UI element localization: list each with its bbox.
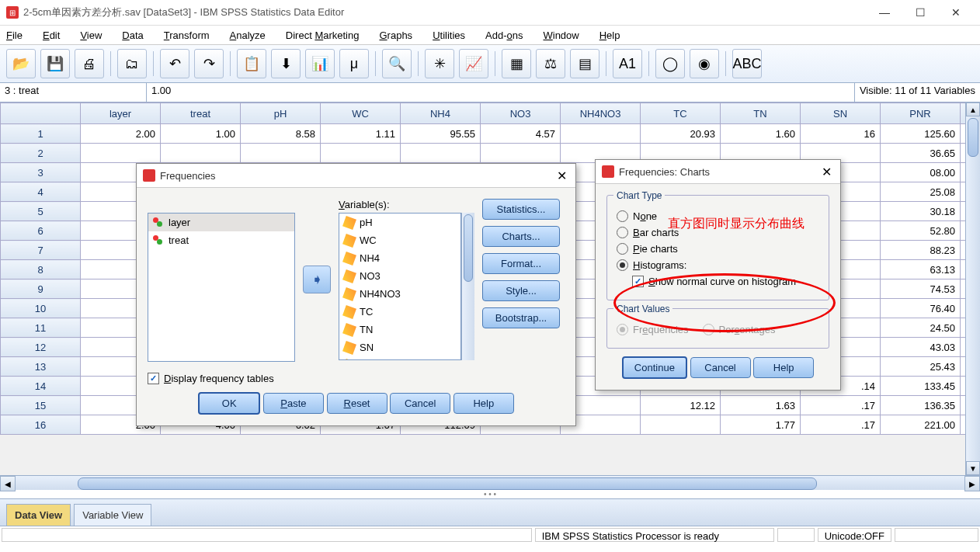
grid-cell[interactable] bbox=[481, 144, 561, 163]
list-item[interactable]: NH4NO3 bbox=[339, 285, 460, 303]
column-header[interactable]: pH bbox=[241, 103, 321, 124]
grid-cell[interactable]: 2.00 bbox=[81, 124, 161, 144]
ok-button[interactable]: OK bbox=[198, 392, 260, 415]
list-item[interactable]: layer bbox=[148, 214, 294, 231]
dialog-close-button[interactable]: ✕ bbox=[554, 168, 569, 183]
column-header[interactable]: TC bbox=[641, 103, 721, 124]
grid-cell[interactable]: .17 bbox=[801, 415, 881, 435]
grid-cell[interactable] bbox=[401, 144, 481, 163]
list-item[interactable]: TN bbox=[339, 321, 460, 338]
split-icon[interactable]: ▦ bbox=[502, 49, 531, 78]
row-header[interactable]: 9 bbox=[1, 279, 81, 299]
bootstrap-button[interactable]: Bootstrap... bbox=[482, 307, 560, 328]
list-item[interactable]: NO3 bbox=[339, 267, 460, 285]
radio-pie-charts[interactable]: Pie charts bbox=[617, 243, 819, 255]
print-icon[interactable]: 🖨 bbox=[75, 49, 104, 78]
column-header[interactable]: layer bbox=[81, 103, 161, 124]
insert-case-icon[interactable]: ✳ bbox=[425, 49, 454, 78]
weight-icon[interactable]: ⚖ bbox=[536, 49, 565, 78]
hscroll-thumb[interactable] bbox=[78, 477, 817, 490]
menu-window[interactable]: Window bbox=[543, 30, 579, 41]
grid-cell[interactable]: 1.11 bbox=[321, 124, 401, 144]
list-item[interactable]: pH bbox=[339, 214, 460, 231]
source-variable-list[interactable]: layertreat bbox=[148, 213, 295, 362]
grid-cell[interactable]: 36.65 bbox=[881, 144, 961, 163]
redo-icon[interactable]: ↷ bbox=[194, 49, 224, 78]
variables-icon[interactable]: 📊 bbox=[305, 49, 335, 78]
list-item[interactable]: NH4 bbox=[339, 249, 460, 267]
tab-data-view[interactable]: Data View bbox=[6, 504, 71, 526]
row-header[interactable]: 12 bbox=[1, 338, 81, 357]
open-icon[interactable]: 📂 bbox=[6, 49, 36, 78]
grid-cell[interactable]: 1.63 bbox=[721, 396, 801, 415]
menu-view[interactable]: View bbox=[80, 30, 102, 41]
grid-cell[interactable]: 221.00 bbox=[881, 415, 961, 435]
undo-icon[interactable]: ↶ bbox=[160, 49, 189, 78]
row-header[interactable]: 15 bbox=[1, 396, 81, 415]
column-header[interactable]: PNR bbox=[881, 103, 961, 124]
menu-edit[interactable]: Edit bbox=[43, 30, 60, 41]
column-header[interactable]: TN bbox=[721, 103, 801, 124]
grid-cell[interactable]: 125.60 bbox=[881, 124, 961, 144]
column-header[interactable]: WC bbox=[321, 103, 401, 124]
close-button[interactable]: ✕ bbox=[938, 0, 974, 25]
grid-cell[interactable]: 4.57 bbox=[481, 124, 561, 144]
column-header[interactable]: NO3 bbox=[481, 103, 561, 124]
show-normal-curve-checkbox[interactable]: ✓ Show normal curve on histogram bbox=[632, 276, 819, 287]
column-header[interactable]: treat bbox=[161, 103, 241, 124]
grid-cell[interactable]: 88.23 bbox=[881, 241, 961, 260]
horizontal-scrollbar[interactable]: ◀ ▶ bbox=[0, 475, 980, 490]
cancel-button[interactable]: Cancel bbox=[390, 393, 450, 414]
grid-cell[interactable] bbox=[81, 144, 161, 163]
row-header[interactable]: 1 bbox=[1, 124, 81, 144]
style-button[interactable]: Style... bbox=[482, 280, 560, 301]
use-sets-icon[interactable]: ◯ bbox=[655, 49, 685, 78]
overlay-icon[interactable]: ◉ bbox=[690, 49, 719, 78]
column-header[interactable]: SN bbox=[801, 103, 881, 124]
row-header[interactable]: 8 bbox=[1, 260, 81, 279]
list-scrollbar[interactable] bbox=[461, 213, 474, 360]
menu-help[interactable]: Help bbox=[599, 30, 620, 41]
grid-cell[interactable]: .17 bbox=[801, 396, 881, 415]
recall-icon[interactable]: 🗂 bbox=[117, 49, 147, 78]
goto-case-icon[interactable]: 📋 bbox=[237, 49, 266, 78]
column-header[interactable]: NH4 bbox=[401, 103, 481, 124]
list-item[interactable]: treat bbox=[148, 231, 294, 249]
continue-button[interactable]: Continue bbox=[622, 356, 687, 379]
menu-graphs[interactable]: Graphs bbox=[379, 30, 412, 41]
row-header[interactable]: 4 bbox=[1, 182, 81, 202]
charts-button[interactable]: Charts... bbox=[482, 226, 560, 247]
grid-cell[interactable] bbox=[161, 144, 241, 163]
goto-var-icon[interactable]: ⬇ bbox=[271, 49, 301, 78]
display-frequency-checkbox[interactable]: ✓ Display frequency tables bbox=[148, 373, 565, 384]
grid-cell[interactable]: 74.53 bbox=[881, 279, 961, 299]
menu-data[interactable]: Data bbox=[122, 30, 143, 41]
scroll-up-arrow[interactable]: ▲ bbox=[966, 102, 980, 116]
find-mu-icon[interactable]: μ bbox=[339, 49, 369, 78]
row-header[interactable]: 14 bbox=[1, 377, 81, 396]
select-icon[interactable]: ▤ bbox=[570, 49, 599, 78]
scroll-down-arrow[interactable]: ▼ bbox=[966, 461, 980, 475]
menu-transform[interactable]: Transform bbox=[164, 30, 210, 41]
row-header[interactable]: 2 bbox=[1, 144, 81, 163]
scroll-left-arrow[interactable]: ◀ bbox=[0, 476, 16, 491]
row-header[interactable]: 7 bbox=[1, 241, 81, 260]
menu-analyze[interactable]: Analyze bbox=[230, 30, 266, 41]
list-item[interactable]: PNR bbox=[339, 356, 460, 360]
cell-value[interactable]: 1.00 bbox=[147, 83, 854, 102]
grid-cell[interactable] bbox=[241, 144, 321, 163]
grid-cell[interactable]: 25.08 bbox=[881, 182, 961, 202]
grid-cell[interactable]: 63.13 bbox=[881, 260, 961, 279]
row-header[interactable]: 13 bbox=[1, 357, 81, 377]
row-header[interactable]: 10 bbox=[1, 299, 81, 318]
radio-histograms[interactable]: Histograms: bbox=[617, 259, 819, 271]
grid-cell[interactable]: 43.03 bbox=[881, 338, 961, 357]
save-icon[interactable]: 💾 bbox=[40, 49, 70, 78]
find-icon[interactable]: 🔍 bbox=[382, 49, 412, 78]
menu-direct-marketing[interactable]: Direct Marketing bbox=[286, 30, 360, 41]
grid-cell[interactable]: 08.00 bbox=[881, 163, 961, 182]
scroll-right-arrow[interactable]: ▶ bbox=[964, 476, 980, 491]
grid-cell[interactable]: 95.55 bbox=[401, 124, 481, 144]
grid-cell[interactable]: 12.12 bbox=[641, 396, 721, 415]
charts-cancel-button[interactable]: Cancel bbox=[690, 357, 751, 378]
